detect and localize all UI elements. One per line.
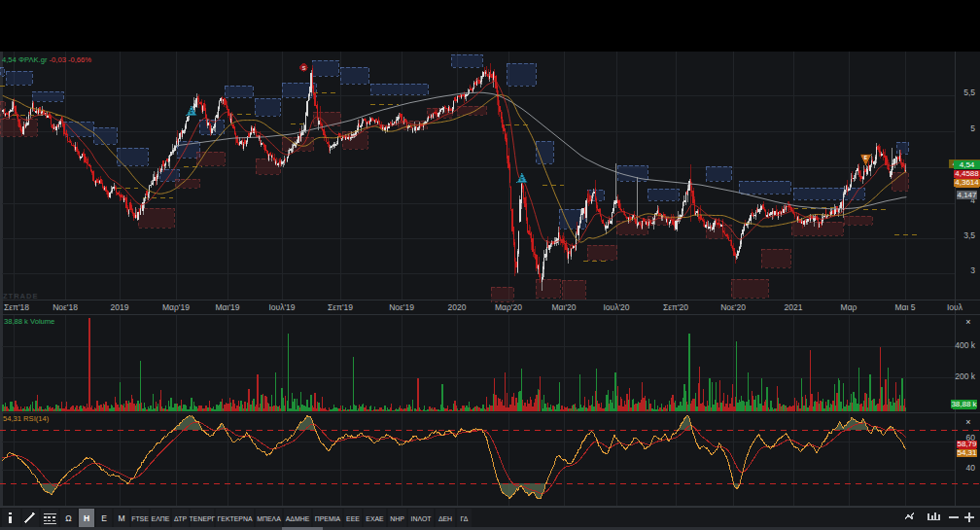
svg-text:4,54: 4,54 <box>960 160 975 169</box>
svg-text:Σεπ'20: Σεπ'20 <box>663 302 688 312</box>
svg-text:ΓΔ: ΓΔ <box>461 515 469 522</box>
svg-text:FTSE: FTSE <box>131 515 149 522</box>
svg-text:200 k: 200 k <box>955 371 976 381</box>
svg-text:4,147: 4,147 <box>957 191 977 199</box>
svg-text:Σεπ'19: Σεπ'19 <box>328 302 353 312</box>
svg-text:Νοε'18: Νοε'18 <box>52 302 78 312</box>
svg-text:ΜΠΕΛΑ: ΜΠΕΛΑ <box>257 515 281 522</box>
svg-text:Νοε'20: Νοε'20 <box>720 302 746 312</box>
svg-text:3: 3 <box>970 265 975 275</box>
svg-text:ΕΕΕ: ΕΕΕ <box>346 515 360 522</box>
svg-text:ΓΕΚΤΕΡΝΑ: ΓΕΚΤΕΡΝΑ <box>218 515 253 522</box>
svg-text:4,54 ΦΡΛΚ.gr -0,03 -0,66%: 4,54 ΦΡΛΚ.gr -0,03 -0,66% <box>2 55 91 64</box>
svg-text:3,5: 3,5 <box>963 230 975 240</box>
svg-text:×: × <box>965 417 970 427</box>
svg-text:Μ: Μ <box>118 513 124 523</box>
svg-text:5: 5 <box>970 124 975 133</box>
svg-text:S: S <box>302 65 306 71</box>
svg-text:ΠΡΕΜΙΑ: ΠΡΕΜΙΑ <box>315 515 341 522</box>
svg-text:ΔΤΡ: ΔΤΡ <box>174 515 187 522</box>
svg-text:ΙΝΛΟΤ: ΙΝΛΟΤ <box>411 515 433 522</box>
svg-text:Μαι'20: Μαι'20 <box>552 302 577 312</box>
svg-text:2021: 2021 <box>785 302 803 312</box>
svg-text:Η: Η <box>84 513 89 523</box>
svg-text:5,5: 5,5 <box>963 88 975 97</box>
svg-text:Μαι'19: Μαι'19 <box>216 302 240 312</box>
svg-text:2019: 2019 <box>111 302 129 312</box>
svg-text:38,88 k: 38,88 k <box>951 400 977 408</box>
svg-text:ΤΕΝΕΡΓ: ΤΕΝΕΡΓ <box>190 515 216 522</box>
svg-text:Μαρ'19: Μαρ'19 <box>162 302 190 312</box>
svg-text:38,88 k Volume: 38,88 k Volume <box>4 317 54 326</box>
svg-text:ΝΗΡ: ΝΗΡ <box>390 515 404 522</box>
svg-text:Ιουλ: Ιουλ <box>947 302 963 312</box>
svg-text:400 k: 400 k <box>955 340 976 350</box>
svg-text:Μαρ: Μαρ <box>841 302 858 312</box>
svg-text:4,3614: 4,3614 <box>955 178 979 187</box>
svg-text:Ιουλ'20: Ιουλ'20 <box>603 302 629 312</box>
svg-text:Ιουλ'19: Ιουλ'19 <box>268 302 295 312</box>
svg-text:Ω: Ω <box>65 513 71 523</box>
svg-text:Μαρ'20: Μαρ'20 <box>495 302 522 312</box>
svg-text:×: × <box>965 317 970 327</box>
svg-text:ΕΧΑΕ: ΕΧΑΕ <box>366 515 384 522</box>
svg-text:54,31 RSI(14): 54,31 RSI(14) <box>3 414 50 423</box>
svg-text:54,31: 54,31 <box>957 448 977 457</box>
svg-text:Σεπ'18: Σεπ'18 <box>4 302 29 312</box>
svg-text:ΑΔΜΗΕ: ΑΔΜΗΕ <box>286 515 310 522</box>
svg-text:Μαι 5: Μαι 5 <box>895 302 916 312</box>
svg-text:ZTRADE: ZTRADE <box>3 292 38 300</box>
svg-text:Νοε'19: Νοε'19 <box>389 302 414 312</box>
svg-text:ΕΛΠΕ: ΕΛΠΕ <box>152 515 170 522</box>
svg-text:ΔΕΗ: ΔΕΗ <box>438 515 452 522</box>
svg-text:40: 40 <box>966 463 976 473</box>
svg-text:4,4588: 4,4588 <box>955 169 979 178</box>
svg-text:Ε: Ε <box>101 513 107 523</box>
svg-text:2020: 2020 <box>448 302 467 312</box>
